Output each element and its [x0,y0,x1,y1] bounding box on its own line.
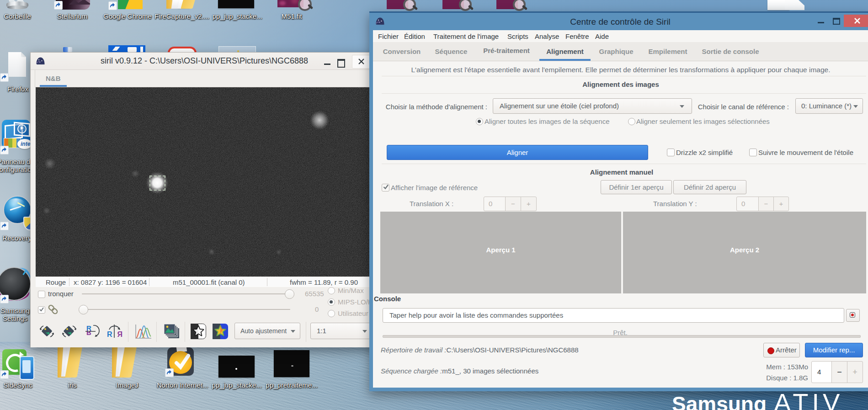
svg-text:R: R [86,329,91,337]
svg-text:R: R [117,330,122,338]
svg-text:R: R [107,330,112,338]
